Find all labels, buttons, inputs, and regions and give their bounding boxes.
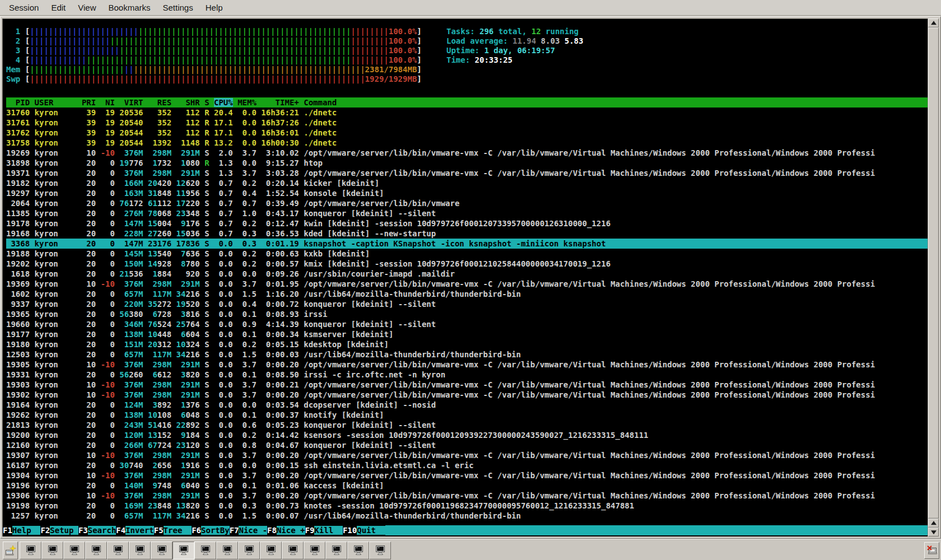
menu-bookmarks[interactable]: Bookmarks [104, 1, 155, 14]
panel-corner-button[interactable] [924, 542, 939, 559]
meter-value: 1929/1929MB [365, 74, 417, 84]
terminal-scrollbar[interactable] [928, 18, 939, 536]
fkey-invert[interactable]: F4Invert [116, 525, 153, 535]
process-row-31898[interactable]: 31898 kyron 20 0 19776 1732 1080 R 1.3 0… [6, 158, 928, 168]
process-row-19306[interactable]: 19306 kyron 10 -10 376M 298M 291M S 0.0 … [6, 491, 928, 501]
fkey-search[interactable]: F3Search [78, 525, 116, 535]
htop-table-header[interactable]: PID USER PRI NI VIRT RES SHR S CPU% MEM%… [6, 97, 928, 108]
process-row-19297[interactable]: 19297 kyron 20 0 163M 31848 11956 S 0.7 … [6, 188, 928, 198]
process-row-19307[interactable]: 19307 kyron 10 -10 376M 298M 291M S 0.0 … [6, 450, 928, 460]
process-row-19178[interactable]: 19178 kyron 20 0 147M 15004 9176 S 0.7 0… [6, 218, 928, 228]
process-row-31762[interactable]: 31762 kyron 39 19 20544 352 112 R 17.1 0… [6, 128, 928, 138]
fkey-setup[interactable]: F2Setup [40, 525, 78, 535]
show-desktop-button[interactable] [3, 542, 18, 559]
process-row-3368[interactable]: 3368 kyron 20 0 147M 23176 17836 S 0.0 0… [6, 239, 928, 249]
scrollbar-down-button[interactable] [928, 528, 939, 536]
scrollbar-up-button[interactable] [928, 18, 939, 27]
menu-edit[interactable]: Edit [46, 1, 70, 14]
scrollbar-up-button-bottom[interactable] [928, 519, 939, 528]
scrollbar-thumb[interactable] [928, 27, 939, 519]
process-row-19305[interactable]: 19305 kyron 10 -10 376M 298M 291M S 0.0 … [6, 360, 928, 370]
taskbar-window-button-6[interactable] [129, 542, 151, 559]
process-row-1602[interactable]: 1602 kyron 20 0 657M 117M 34216 S 0.0 1.… [6, 289, 928, 299]
process-row-12503[interactable]: 12503 kyron 20 0 657M 117M 34216 S 0.0 1… [6, 349, 928, 360]
process-row-19202[interactable]: 19202 kyron 20 0 150M 14928 8780 S 0.0 0… [6, 259, 928, 269]
column-header-virt[interactable]: VIRT [119, 98, 143, 107]
taskbar-window-button-8[interactable] [173, 542, 194, 559]
taskbar-window-button-16[interactable] [347, 542, 369, 559]
process-row-2064[interactable]: 2064 kyron 20 0 76172 61112 17220 S 0.7 … [6, 198, 928, 208]
column-header-pid[interactable]: PID [6, 98, 30, 107]
process-row-19269[interactable]: 19269 kyron 10 -10 376M 298M 291M S 2.0 … [6, 148, 928, 158]
column-header-shr[interactable]: SHR [176, 98, 200, 107]
taskbar-window-button-11[interactable] [238, 542, 260, 559]
process-row-19188[interactable]: 19188 kyron 20 0 145M 13540 7636 S 0.0 0… [6, 249, 928, 259]
taskbar-window-button-13[interactable] [282, 542, 304, 559]
process-row-1618[interactable]: 1618 kyron 20 0 21536 1884 920 S 0.0 0.0… [6, 269, 928, 279]
column-header-ni[interactable]: NI [101, 98, 115, 107]
column-header-cpu[interactable]: CPU% [214, 98, 233, 107]
process-row-19196[interactable]: 19196 kyron 20 0 140M 9748 6040 S 0.0 0.… [6, 480, 928, 491]
process-row-19303[interactable]: 19303 kyron 10 -10 376M 298M 291M S 0.0 … [6, 380, 928, 390]
process-row-19164[interactable]: 19164 kyron 20 0 124M 3892 1376 S 0.0 0.… [6, 400, 928, 410]
htop-process-rows: 31760 kyron 39 19 20536 352 112 R 20.4 0… [6, 108, 928, 521]
taskbar-window-button-5[interactable] [107, 542, 129, 559]
column-header-s[interactable]: S [204, 98, 209, 107]
taskbar-window-button-14[interactable] [304, 542, 325, 559]
column-header-pri[interactable]: PRI [82, 98, 96, 107]
process-row-31761[interactable]: 31761 kyron 39 19 20540 352 112 R 17.1 0… [6, 118, 928, 128]
process-row-19369[interactable]: 19369 kyron 10 -10 376M 298M 291M S 0.0 … [6, 279, 928, 289]
process-row-19177[interactable]: 19177 kyron 20 0 138M 10448 6604 S 0.0 0… [6, 329, 928, 339]
fkey-kill[interactable]: F9Kill [305, 525, 343, 535]
column-header-user[interactable]: USER [35, 98, 77, 107]
process-row-21813[interactable]: 21813 kyron 20 0 243M 51416 22892 S 0.0 … [6, 420, 928, 430]
process-row-19302[interactable]: 19302 kyron 10 -10 376M 298M 291M S 0.0 … [6, 390, 928, 400]
taskbar-window-button-12[interactable] [260, 542, 282, 559]
menu-settings[interactable]: Settings [159, 1, 198, 14]
process-row-9337[interactable]: 9337 kyron 20 0 220M 35272 19520 S 0.0 0… [6, 299, 928, 309]
taskbar-window-button-17[interactable] [369, 542, 391, 559]
uptime-value: 1 day, 06:19:57 [484, 46, 555, 55]
process-row-19365[interactable]: 19365 kyron 20 0 56380 6728 3816 S 0.0 0… [6, 309, 928, 319]
column-header-mem[interactable]: MEM% [237, 98, 257, 107]
process-row-19262[interactable]: 19262 kyron 20 0 138M 10108 6048 S 0.0 0… [6, 410, 928, 420]
column-header-time[interactable]: TIME+ [261, 98, 299, 107]
fkey-key: F7 [230, 526, 239, 535]
column-header-res[interactable]: RES [148, 98, 171, 107]
menu-session[interactable]: Session [4, 1, 43, 14]
process-row-19660[interactable]: 19660 kyron 20 0 346M 76524 25764 S 0.0 … [6, 319, 928, 329]
process-row-11385[interactable]: 11385 kyron 20 0 276M 78068 23348 S 0.7 … [6, 208, 928, 218]
taskbar-window-button-1[interactable] [20, 542, 41, 559]
fkey-tree[interactable]: F5Tree [154, 525, 192, 535]
column-header-command[interactable]: Command [304, 98, 337, 107]
process-row-12160[interactable]: 12160 kyron 20 0 266M 67724 23120 S 0.0 … [6, 440, 928, 450]
fkey-nice[interactable]: F7Nice - [230, 525, 267, 535]
fkey-nice[interactable]: F8Nice + [267, 525, 305, 535]
fkey-quit[interactable]: F10Quit [343, 525, 385, 535]
meter-label: 3 [6, 46, 25, 55]
menu-help[interactable]: Help [201, 1, 227, 14]
taskbar-window-button-7[interactable] [151, 542, 173, 559]
fkey-sortby[interactable]: F6SortBy [192, 525, 229, 535]
process-row-19182[interactable]: 19182 kyron 20 0 166M 20420 12620 S 0.7 … [6, 178, 928, 188]
taskbar-window-button-3[interactable] [63, 542, 85, 559]
taskbar-window-button-4[interactable] [85, 542, 107, 559]
process-row-31760[interactable]: 31760 kyron 39 19 20536 352 112 R 20.4 0… [6, 108, 928, 118]
process-row-19198[interactable]: 19198 kyron 20 0 169M 23848 13820 S 0.0 … [6, 501, 928, 511]
taskbar-window-button-9[interactable] [194, 542, 216, 559]
fkey-help[interactable]: F1Help [3, 525, 40, 535]
process-row-31758[interactable]: 31758 kyron 39 19 20544 1392 1148 R 13.2… [6, 138, 928, 148]
menu-view[interactable]: View [73, 1, 100, 14]
taskbar-window-button-2[interactable] [41, 542, 63, 559]
taskbar-window-button-15[interactable] [325, 542, 347, 559]
process-row-19331[interactable]: 19331 kyron 20 0 56260 6612 3820 S 0.0 0… [6, 370, 928, 380]
process-row-19168[interactable]: 19168 kyron 20 0 228M 27260 15036 S 0.7 … [6, 228, 928, 239]
process-row-16187[interactable]: 16187 kyron 20 0 30740 2656 1916 S 0.0 0… [6, 460, 928, 470]
process-row-19200[interactable]: 19200 kyron 20 0 120M 13152 9184 S 0.0 0… [6, 430, 928, 440]
process-row-19304[interactable]: 19304 kyron 10 -10 376M 298M 291M S 0.0 … [6, 470, 928, 480]
process-row-19371[interactable]: 19371 kyron 20 0 376M 298M 291M S 1.3 3.… [6, 168, 928, 178]
process-row-19180[interactable]: 19180 kyron 20 0 151M 20312 10324 S 0.0 … [6, 339, 928, 349]
fkey-label: Nice - [239, 526, 267, 535]
taskbar-window-button-10[interactable] [216, 542, 238, 559]
process-row-1257[interactable]: 1257 kyron 20 0 657M 117M 34216 S 0.0 1.… [6, 511, 928, 521]
